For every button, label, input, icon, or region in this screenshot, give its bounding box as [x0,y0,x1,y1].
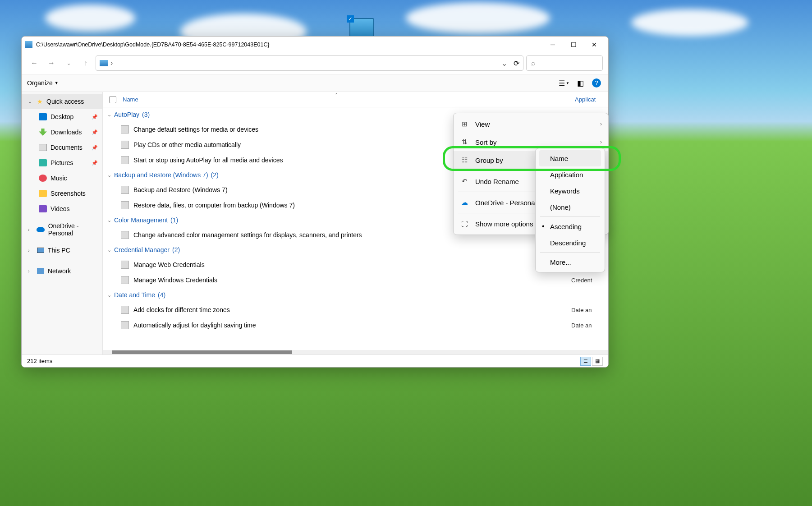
close-button[interactable]: ✕ [584,38,605,51]
pin-icon: 📌 [92,160,98,166]
cloud-icon: ☁ [460,198,469,207]
sort-icon: ⇅ [460,138,469,147]
status-bar: 212 items ☰ ▦ [22,354,608,367]
minimize-button[interactable]: ─ [542,38,563,51]
search-input[interactable]: ⌕ [526,55,603,71]
group-by-submenu: Name Application Keywords (None) •Ascend… [535,148,605,272]
item-icon [121,156,129,164]
address-dropdown[interactable]: ⌄ [501,59,507,68]
forward-button[interactable]: → [44,56,59,70]
quick-access-header[interactable]: ⌄★ Quick access [22,94,102,109]
location-icon [100,60,108,66]
sidebar-item-this-pc[interactable]: ›This PC [22,243,102,258]
navigation-row: ← → ⌄ ↑ › ⌄ ⟳ ⌕ [22,52,608,74]
sidebar-item-documents[interactable]: Documents📌 [22,140,102,155]
sidebar-item-videos[interactable]: Videos [22,201,102,216]
details-view-button[interactable]: ☰ [580,357,591,366]
navigation-pane: ⌄★ Quick access Desktop📌 Downloads📌 Docu… [22,92,103,354]
undo-icon: ↶ [460,177,469,186]
item-icon [121,186,129,194]
desktop-shortcut-icon[interactable] [349,18,374,38]
thumbnails-view-button[interactable]: ▦ [592,357,603,366]
pin-icon: 📌 [92,114,98,120]
item-icon [121,261,129,269]
sidebar-item-pictures[interactable]: Pictures📌 [22,155,102,170]
column-application[interactable]: Applicat [575,96,602,103]
sidebar-item-desktop[interactable]: Desktop📌 [22,109,102,124]
item-icon [121,321,129,329]
submenu-ascending[interactable]: •Ascending [539,218,601,235]
item-count: 212 items [27,358,52,364]
search-icon: ⌕ [531,59,536,67]
window-title: C:\Users\awawr\OneDrive\Desktop\GodMode.… [36,41,542,48]
chevron-right-icon: › [600,121,602,127]
select-all-checkbox[interactable] [109,96,116,103]
submenu-descending[interactable]: Descending [539,235,601,251]
pin-icon: 📌 [92,129,98,135]
sidebar-item-downloads[interactable]: Downloads📌 [22,124,102,140]
toolbar: Organize▼ ☰▼ ◧ ? [22,74,608,92]
expand-icon: ⛶ [460,219,469,228]
chevron-right-icon: › [600,139,602,145]
submenu-none[interactable]: (None) [539,199,601,215]
item-icon [121,201,129,209]
bullet-icon: • [542,222,545,230]
back-button[interactable]: ← [27,56,41,70]
up-button[interactable]: ↑ [78,56,93,70]
group-header[interactable]: ⌄Credential Manager (2) [103,243,603,257]
pin-icon: 📌 [92,145,98,151]
app-icon [25,41,32,48]
item-icon [121,306,129,314]
submenu-keywords[interactable]: Keywords [539,183,601,199]
breadcrumb-arrow: › [110,59,113,67]
titlebar[interactable]: C:\Users\awawr\OneDrive\Desktop\GodMode.… [22,37,608,52]
sort-indicator-icon: ⌃ [335,92,338,97]
submenu-more[interactable]: More... [539,254,601,270]
horizontal-scrollbar[interactable] [103,350,608,354]
menu-separator [540,216,600,217]
help-button[interactable]: ? [590,77,603,89]
menu-separator [540,252,600,253]
sidebar-item-screenshots[interactable]: Screenshots [22,186,102,201]
recent-dropdown[interactable]: ⌄ [61,56,76,70]
item-icon [121,231,129,239]
submenu-application[interactable]: Application [539,166,601,183]
refresh-button[interactable]: ⟳ [514,59,519,68]
menu-view[interactable]: ⊞ View › [454,115,608,133]
address-bar[interactable]: › ⌄ ⟳ [96,55,523,71]
organize-menu[interactable]: Organize▼ [27,79,59,87]
view-menu-icon[interactable]: ☰▼ [558,77,570,89]
list-item[interactable]: Manage Web CredentialsCredent [103,257,603,272]
preview-pane-icon[interactable]: ◧ [574,77,587,89]
sidebar-item-network[interactable]: ›Network [22,263,102,279]
group-header[interactable]: ⌄Date and Time (4) [103,288,603,302]
list-item[interactable]: Manage Windows CredentialsCredent [103,272,603,288]
column-header-row: Name⌃ Applicat [103,92,608,107]
grid-icon: ⊞ [460,120,469,129]
column-name[interactable]: Name⌃ [123,96,575,103]
item-icon [121,141,129,149]
group-icon: ☷ [460,156,469,165]
item-icon [121,276,129,284]
submenu-name[interactable]: Name [539,150,601,166]
sidebar-item-onedrive[interactable]: ›OneDrive - Personal [22,222,102,237]
item-icon [121,125,129,133]
list-item[interactable]: Automatically adjust for daylight saving… [103,317,603,333]
list-item[interactable]: Add clocks for different time zonesDate … [103,302,603,317]
sidebar-item-music[interactable]: Music [22,170,102,186]
maximize-button[interactable]: ☐ [563,38,584,51]
